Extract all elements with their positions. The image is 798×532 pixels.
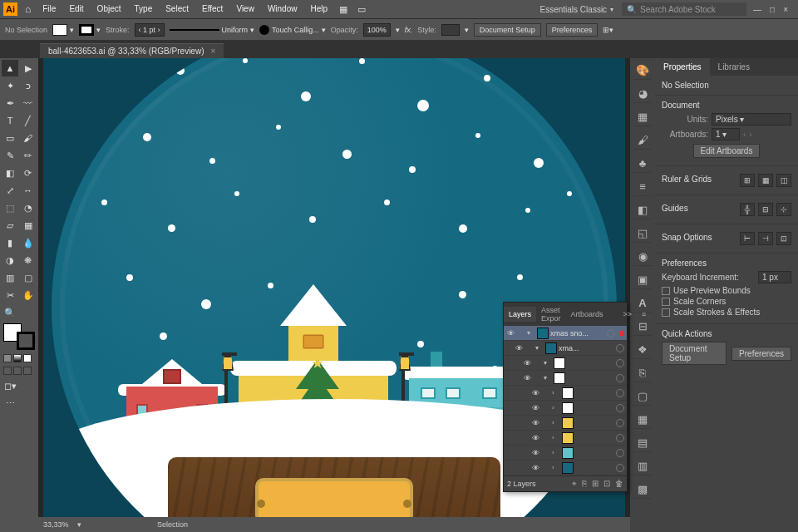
hand-tool[interactable]: ✋ [20,287,37,303]
fill-swatch[interactable] [52,24,67,36]
scale-tool[interactable]: ⤢ [2,182,18,199]
units-dropdown[interactable]: Pixels ▾ [712,113,791,126]
draw-normal-icon[interactable] [3,367,12,375]
tab-properties[interactable]: Properties [655,58,710,76]
make-clip-icon[interactable]: ⎘ [582,479,587,489]
panel-stroke-icon[interactable]: ≡ [633,178,652,196]
locate-layer-icon[interactable]: ⌖ [572,479,577,489]
panel-appearance-icon[interactable]: ◉ [633,248,652,266]
pen-tool[interactable]: ✒ [2,95,18,111]
search-input[interactable]: 🔍 Search Adobe Stock [622,2,746,16]
checkbox-preview-bounds[interactable]: Use Preview Bounds [662,286,791,295]
arrange-icon[interactable]: ▭ [352,4,371,15]
menu-view[interactable]: View [229,0,261,18]
artboard-tool[interactable]: ▢ [20,269,37,286]
new-layer-icon[interactable]: ⊡ [603,479,610,489]
workspace-switcher[interactable]: Essentials Classic ▾ [532,5,623,14]
quick-document-setup-button[interactable]: Document Setup [662,342,727,365]
panel-more-icon[interactable]: >> [618,307,638,322]
free-transform-tool[interactable]: ⬚ [2,200,18,216]
ruler-icon[interactable]: ⊞ [740,174,755,187]
close-tab-icon[interactable]: × [210,47,215,56]
layer-name[interactable]: xma... [559,344,614,352]
document-setup-button[interactable]: Document Setup [474,23,541,37]
align-icon[interactable]: ⊞▾ [603,26,613,34]
next-artboard-icon[interactable]: › [749,130,751,139]
layer-row[interactable]: 👁› [504,416,627,431]
home-icon[interactable]: ⌂ [20,3,36,15]
line-tool[interactable]: ╱ [20,112,37,129]
new-sublayer-icon[interactable]: ⊞ [592,479,598,489]
visibility-icon[interactable]: 👁 [505,329,515,337]
column-graph-tool[interactable]: ▥ [2,269,18,286]
edit-toolbar-button[interactable]: ⋯ [2,395,18,411]
quick-preferences-button[interactable]: Preferences [732,347,791,361]
brush-dropdown[interactable]: Touch Callig...▾ [259,25,326,35]
stroke-swatch[interactable] [79,24,94,36]
layer-row[interactable]: 👁› [504,431,627,446]
guides-lock-icon[interactable]: ⊟ [758,203,773,216]
panel-symbols-icon[interactable]: ♣ [633,155,652,173]
checkbox-scale-corners[interactable]: Scale Corners [662,297,791,306]
menu-help[interactable]: Help [303,0,334,18]
guides-smart-icon[interactable]: ⊹ [776,203,791,216]
layer-row[interactable]: 👁 ▾ xma... [504,341,627,356]
transparency-grid-icon[interactable]: ◫ [776,174,791,187]
prev-artboard-icon[interactable]: ‹ [743,130,746,139]
panel-artboards-icon[interactable]: ▢ [633,387,652,406]
layer-row[interactable]: 👁▾ [504,371,627,386]
layer-row[interactable]: 👁 ▾ xmas sno... [504,326,627,341]
pencil-tool[interactable]: ✏ [20,147,37,164]
layer-row[interactable]: 👁› [504,461,627,475]
panel-lib3-icon[interactable]: ▥ [633,457,652,475]
direct-selection-tool[interactable]: ▶ [20,60,37,76]
window-close[interactable]: × [783,5,788,14]
snap-pixel-icon[interactable]: ⊡ [776,232,791,245]
menu-effect[interactable]: Effect [195,0,229,18]
perspective-tool[interactable]: ▱ [2,217,18,234]
bridge-icon[interactable]: ▦ [334,4,352,15]
menu-edit[interactable]: Edit [62,0,90,18]
opacity-input[interactable]: 100% [363,23,391,37]
panel-assets-icon[interactable]: ⎘ [633,364,652,382]
tab-asset-export[interactable]: Asset Expor [536,303,566,326]
tab-artboards[interactable]: Artboards [566,307,608,322]
panel-layers-icon[interactable]: ❖ [633,341,652,359]
panel-graphicstyles-icon[interactable]: ▣ [633,271,652,289]
window-minimize[interactable]: — [753,5,761,14]
layer-row[interactable]: 👁▾ [504,356,627,371]
draw-behind-icon[interactable] [13,367,22,375]
layer-row[interactable]: 👁› [504,446,627,461]
preferences-button[interactable]: Preferences [546,23,598,37]
tab-layers[interactable]: Layers [504,307,536,322]
selection-tool[interactable]: ▲ [2,60,18,76]
symbol-sprayer-tool[interactable]: ❋ [20,252,37,268]
eyedropper-tool[interactable]: 💧 [20,234,37,251]
checkbox-scale-strokes[interactable]: Scale Strokes & Effects [662,308,791,317]
keyboard-increment-input[interactable]: 1 px [758,271,791,283]
stroke-color[interactable] [17,332,35,350]
mesh-tool[interactable]: ▦ [20,217,37,234]
fill-stroke-widget[interactable] [3,323,35,350]
rectangle-tool[interactable]: ▭ [2,130,18,146]
type-tool[interactable]: T [2,112,18,129]
slice-tool[interactable]: ✂ [2,287,18,303]
layer-row[interactable]: 👁› [504,386,627,401]
panel-colorguide-icon[interactable]: ◕ [633,85,652,103]
fx-icon[interactable]: fx. [405,26,413,34]
panel-swatches-icon[interactable]: ▦ [633,108,652,126]
panel-lib1-icon[interactable]: ▦ [633,411,652,429]
color-gradient-icon[interactable] [13,354,22,362]
artboards-dropdown[interactable]: 1 ▾ [712,128,740,140]
panel-color-icon[interactable]: 🎨 [633,62,652,80]
menu-select[interactable]: Select [159,0,195,18]
layer-name[interactable]: xmas sno... [550,329,605,337]
layers-panel[interactable]: Layers Asset Expor Artboards >> ≡ 👁 ▾ xm… [503,302,628,492]
menu-type[interactable]: Type [128,0,160,18]
document-tab[interactable]: ball-4623653.ai @ 33,33% (RGB/Preview) × [40,43,224,58]
panel-brushes-icon[interactable]: 🖌 [633,131,652,150]
width-tool[interactable]: ↔ [20,182,37,199]
screen-mode-button[interactable]: ◻▾ [2,377,18,394]
blend-tool[interactable]: ◑ [2,252,18,268]
layer-row[interactable]: 👁› [504,401,627,416]
